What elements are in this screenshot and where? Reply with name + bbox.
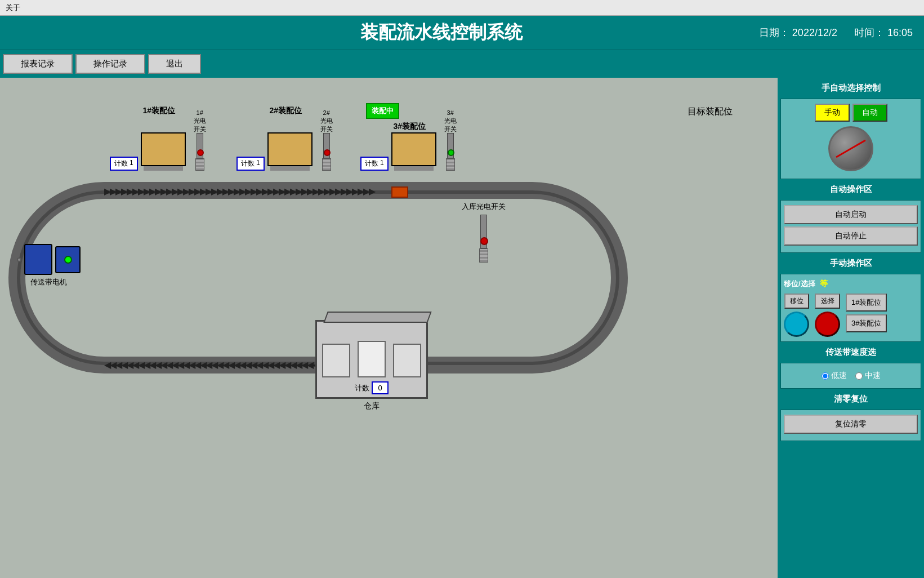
station2: 2#装配位 计数 1 2#光电开关 — [236, 106, 335, 171]
speed-mid-label[interactable]: 中速 — [855, 371, 881, 381]
main-layout: 目标装配位 1#装配位 计数 1 1#光电开关 — [0, 78, 924, 578]
auto-stop-btn[interactable]: 自动停止 — [784, 226, 918, 246]
entry-sensor: 入库光电开关 — [462, 202, 506, 263]
assembling-badge: 装配中 — [366, 103, 399, 119]
header: 装配流水线控制系统 日期： 2022/12/2 时间： 16:05 — [0, 16, 924, 50]
move-select-area: 移位/选择 等 — [784, 279, 918, 289]
nav-exit-btn[interactable]: 退出 — [148, 54, 201, 74]
select-btn[interactable]: 选择 — [815, 294, 840, 309]
station3-table — [391, 132, 436, 166]
manual-section: 移位/选择 等 移位 选择 1#装配位 3#装配位 — [780, 274, 921, 342]
mode-buttons: 手动 自动 — [784, 104, 918, 122]
speed-section: 低速 中速 — [780, 363, 921, 389]
motor-label: 传送带电机 — [30, 277, 67, 287]
motor-status-light — [64, 256, 72, 264]
station1-count-box: 计数 1 — [110, 157, 138, 171]
sensor3-label: 3#光电开关 — [442, 109, 459, 133]
move-btn[interactable]: 移位 — [784, 294, 809, 309]
move-select-label: 移位/选择 等 — [784, 279, 828, 289]
auto-start-btn[interactable]: 自动启动 — [784, 205, 918, 224]
date-display: 日期： 2022/12/2 — [759, 26, 837, 39]
sensor1-label: 1#光电开关 — [191, 109, 208, 133]
warehouse-window2 — [393, 344, 421, 377]
station2-count-box: 计数 1 — [236, 157, 265, 171]
auto-section: 自动启动 自动停止 — [780, 200, 921, 253]
warehouse-window1 — [322, 344, 350, 377]
dest3-btn[interactable]: 3#装配位 — [846, 314, 887, 332]
right-panel: 手自动选择控制 手动 自动 自动操作区 自动启动 自动停止 手动操作区 移位/ — [778, 78, 924, 578]
about-menu[interactable]: 关于 — [6, 3, 20, 13]
top-bar: 关于 — [0, 0, 924, 16]
motor-shaft-icon — [17, 257, 21, 262]
move-select-controls: 移位 选择 1#装配位 3#装配位 — [784, 294, 918, 337]
conveyor-top-arrows: ▶▶▶▶▶▶▶▶▶▶▶▶▶▶▶▶▶▶▶▶▶▶▶▶▶▶▶▶▶▶▶▶▶▶▶▶▶▶▶▶… — [104, 185, 532, 197]
auto-mode-btn[interactable]: 自动 — [852, 104, 887, 122]
motor: 传送带电机 — [17, 244, 81, 287]
station3-count-box: 计数 1 — [360, 157, 389, 171]
warehouse-count-box: 0 — [372, 381, 389, 394]
speed-mid-radio[interactable] — [855, 372, 863, 380]
station3-label: 3#装配位 — [394, 122, 426, 132]
warehouse-count: 计数 0 — [355, 381, 389, 394]
move-col: 移位 — [784, 294, 809, 337]
select-circle-btn[interactable] — [815, 312, 840, 337]
move-circle-btn[interactable] — [784, 312, 809, 337]
manual-section-title: 手动操作区 — [780, 256, 921, 271]
reset-section: 复位清零 — [780, 410, 921, 441]
speed-row: 低速 中速 — [784, 368, 918, 384]
station2-table — [267, 132, 313, 166]
dest1-btn[interactable]: 1#装配位 — [846, 294, 887, 312]
sensor2-label: 2#光电开关 — [318, 109, 335, 133]
warehouse-roof — [323, 312, 431, 323]
nav-bar: 报表记录 操作记录 退出 — [0, 50, 924, 78]
auto-section-title: 自动操作区 — [780, 182, 921, 197]
station1-label: 1#装配位 — [143, 106, 176, 116]
motor-body1 — [24, 244, 52, 275]
reset-btn[interactable]: 复位清零 — [784, 415, 918, 434]
warehouse-body: 计数 0 — [315, 320, 428, 399]
nav-report-btn[interactable]: 报表记录 — [3, 54, 73, 74]
station1-table — [141, 132, 186, 166]
time-display: 时间： 16:05 — [854, 26, 913, 39]
warehouse: 计数 0 仓库 — [315, 320, 428, 411]
station3: 装配中 3#装配位 计数 1 3#光电开关 — [360, 106, 459, 171]
reset-title: 清零复位 — [780, 392, 921, 407]
warehouse-label: 仓库 — [315, 401, 428, 411]
mode-section: 手动 自动 — [780, 99, 921, 179]
page-title: 装配流水线控制系统 — [124, 20, 759, 45]
mode-title: 手自动选择控制 — [780, 81, 921, 96]
speed-low-label[interactable]: 低速 — [822, 371, 847, 381]
dial-container — [784, 126, 918, 171]
entry-sensor-label: 入库光电开关 — [462, 202, 506, 212]
speed-low-radio[interactable] — [822, 372, 829, 380]
station1: 1#装配位 计数 1 1#光电开关 — [110, 106, 208, 171]
workpiece — [391, 186, 408, 198]
mode-dial[interactable] — [828, 126, 873, 171]
warehouse-door — [358, 341, 386, 377]
speed-title: 传送带速度选 — [780, 345, 921, 360]
manual-mode-btn[interactable]: 手动 — [815, 104, 850, 122]
main-area: 目标装配位 1#装配位 计数 1 1#光电开关 — [0, 78, 778, 578]
nav-operation-btn[interactable]: 操作记录 — [75, 54, 145, 74]
header-datetime: 日期： 2022/12/2 时间： 16:05 — [759, 26, 913, 39]
target-label: 目标装配位 — [688, 106, 733, 118]
station2-label: 2#装配位 — [270, 106, 302, 116]
select-col: 选择 — [815, 294, 840, 337]
motor-body2 — [55, 246, 81, 273]
dest-col: 1#装配位 3#装配位 — [846, 294, 887, 337]
